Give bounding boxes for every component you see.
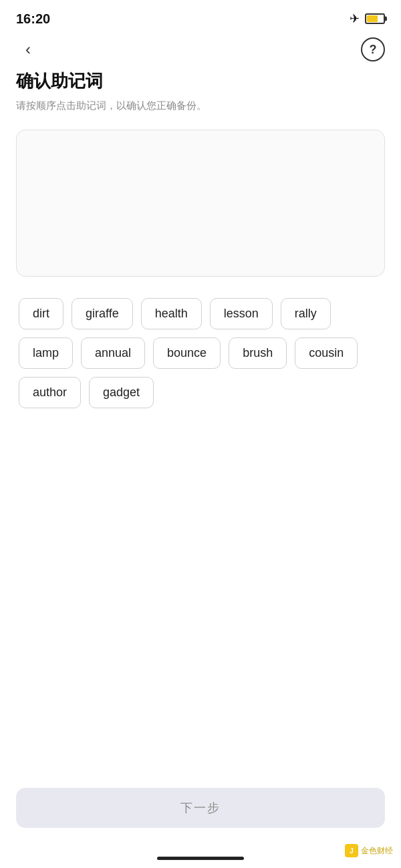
word-btn-dirt[interactable]: dirt <box>19 298 63 329</box>
status-icons: ✈ <box>350 11 385 26</box>
next-step-button[interactable]: 下一步 <box>16 788 385 828</box>
status-time: 16:20 <box>16 11 50 27</box>
next-button-container: 下一步 <box>16 788 385 828</box>
word-btn-annual[interactable]: annual <box>81 337 145 369</box>
word-btn-lamp[interactable]: lamp <box>19 337 73 369</box>
word-btn-cousin[interactable]: cousin <box>295 337 358 369</box>
word-btn-health[interactable]: health <box>141 298 202 329</box>
word-btn-gadget[interactable]: gadget <box>89 377 154 408</box>
word-btn-giraffe[interactable]: giraffe <box>72 298 133 329</box>
main-content: 确认助记词 请按顺序点击助记词，以确认您正确备份。 dirtgiraffehea… <box>0 69 401 408</box>
word-selection-area <box>16 130 385 277</box>
help-button[interactable]: ? <box>361 37 385 61</box>
words-container: dirtgiraffehealthlessonrallylampannualbo… <box>16 298 385 408</box>
status-bar: 16:20 ✈ <box>0 0 401 35</box>
watermark-text: 金色财经 <box>361 845 393 857</box>
word-btn-lesson[interactable]: lesson <box>210 298 273 329</box>
battery-fill <box>367 15 378 22</box>
airplane-icon: ✈ <box>350 11 360 26</box>
word-btn-bounce[interactable]: bounce <box>153 337 221 369</box>
word-btn-rally[interactable]: rally <box>281 298 331 329</box>
battery-icon <box>365 13 385 24</box>
page-title: 确认助记词 <box>16 69 385 93</box>
nav-bar: ‹ ? <box>0 35 401 69</box>
word-btn-author[interactable]: author <box>19 377 81 408</box>
page-subtitle: 请按顺序点击助记词，以确认您正确备份。 <box>16 98 385 114</box>
watermark: J 金色财经 <box>345 844 393 857</box>
home-indicator <box>157 857 244 860</box>
watermark-logo: J <box>345 844 358 857</box>
word-btn-brush[interactable]: brush <box>229 337 287 369</box>
back-button[interactable]: ‹ <box>16 37 40 61</box>
